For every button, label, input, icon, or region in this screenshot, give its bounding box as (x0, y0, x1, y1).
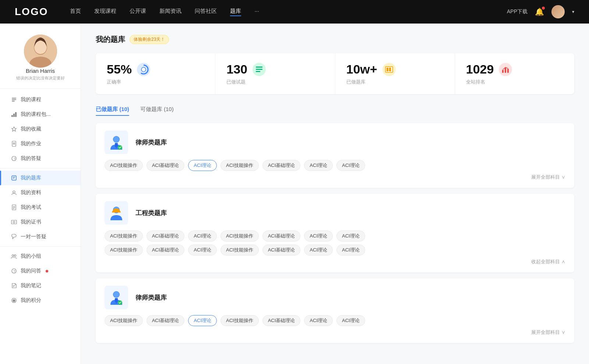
tag[interactable]: ACI理论 (304, 160, 333, 171)
svg-rect-23 (13, 208, 14, 209)
expand-link[interactable]: 展开全部科目 ∨ (105, 329, 565, 336)
tag[interactable]: ACI理论 (188, 231, 217, 242)
tag[interactable]: ACI技能操作 (105, 160, 143, 171)
sidebar-item-cert[interactable]: 我的证书 (0, 215, 81, 229)
tag[interactable]: ACI基础理论 (262, 245, 301, 256)
nav-public[interactable]: 公开课 (130, 8, 146, 16)
tag[interactable]: ACI理论 (336, 160, 365, 171)
sidebar-item-quiz[interactable]: 我的题库 (0, 171, 81, 185)
tag[interactable]: ACI基础理论 (147, 245, 185, 256)
category-title: 律师类题库 (135, 138, 167, 147)
tag[interactable]: ACI技能操作 (105, 245, 143, 256)
tag[interactable]: ACI理论 (336, 315, 365, 326)
navbar-logo[interactable]: LOGO (15, 6, 48, 18)
sidebar-item-qa[interactable]: ? 我的答疑 (0, 151, 81, 166)
sidebar-item-collect[interactable]: 我的收藏 (0, 122, 81, 136)
sidebar-item-group[interactable]: 我的小组 (0, 249, 81, 264)
tag[interactable]: ACI技能操作 (221, 160, 259, 171)
page-title: 我的题库 (96, 35, 125, 44)
tag-active[interactable]: ACI理论 (188, 160, 217, 171)
sidebar-item-course-pack[interactable]: 我的课程包... (0, 107, 81, 122)
homework-icon (11, 141, 17, 147)
tag[interactable]: ACI基础理论 (262, 231, 301, 242)
tab-done-banks[interactable]: 已做题库 (10) (96, 103, 129, 116)
stat-value-accuracy: 55% (107, 62, 132, 76)
stat-label-rank: 全站排名 (466, 79, 563, 85)
nav-quiz[interactable]: 题库 (230, 8, 241, 16)
tag[interactable]: ACI理论 (304, 231, 333, 242)
tag[interactable]: ACI技能操作 (105, 231, 143, 242)
nav-news[interactable]: 新闻资讯 (159, 8, 181, 16)
sidebar-item-question[interactable]: ? 我的问答 (0, 264, 81, 278)
sidebar-item-one-on-one[interactable]: 一对一答疑 (0, 229, 81, 244)
category-engineer: 工程类题库 ACI技能操作 ACI基础理论 ACI理论 ACI技能操作 ACI基… (96, 194, 574, 272)
sidebar-item-label: 我的问答 (21, 268, 41, 274)
sidebar-item-points[interactable]: 我的积分 (0, 293, 81, 308)
sidebar-item-notes[interactable]: 我的笔记 (0, 278, 81, 293)
stat-done-questions: 130 已做试题 (215, 53, 335, 94)
tag[interactable]: ACI理论 (188, 245, 217, 256)
course-icon (11, 97, 17, 103)
nav-home[interactable]: 首页 (70, 8, 81, 16)
tag[interactable]: ACI基础理论 (262, 315, 301, 326)
sidebar-avatar (24, 35, 57, 68)
sidebar-item-my-course[interactable]: 我的课程 (0, 92, 81, 107)
svg-point-35 (141, 67, 146, 72)
notes-icon (11, 283, 17, 289)
svg-rect-41 (389, 68, 391, 71)
sidebar-item-label: 我的证书 (21, 219, 41, 225)
tag[interactable]: ACI基础理论 (147, 160, 185, 171)
svg-point-53 (113, 292, 119, 297)
svg-rect-24 (11, 220, 17, 224)
notification-bell[interactable]: 🔔 (535, 7, 544, 16)
svg-rect-12 (13, 143, 15, 143)
sidebar-item-profile[interactable]: 我的资料 (0, 185, 81, 200)
tab-available-banks[interactable]: 可做题库 (10) (140, 103, 174, 116)
stats-row: 55% 正确率 130 (96, 53, 574, 94)
sidebar-item-label: 我的小组 (21, 253, 41, 260)
nav-more[interactable]: ··· (254, 8, 259, 16)
tabs-row: 已做题库 (10) 可做题库 (10) (96, 103, 574, 116)
sidebar-item-label: 我的课程包... (21, 111, 51, 118)
page-header: 我的题库 体验剩余23天！ (96, 35, 574, 44)
tag[interactable]: ACI技能操作 (105, 315, 143, 326)
user-dropdown-chevron[interactable]: ▾ (572, 9, 574, 14)
tag[interactable]: ACI技能操作 (221, 245, 259, 256)
svg-rect-31 (13, 286, 14, 287)
tag[interactable]: ACI基础理论 (262, 160, 301, 171)
trial-badge: 体验剩余23天！ (130, 35, 169, 44)
collapse-link[interactable]: 收起全部科目 ∧ (105, 258, 565, 265)
tag[interactable]: ACI理论 (304, 245, 333, 256)
chat-icon (11, 234, 17, 240)
sidebar-item-homework[interactable]: 我的作业 (0, 136, 81, 151)
nav-discover[interactable]: 发现课程 (94, 8, 116, 16)
svg-point-19 (13, 191, 15, 193)
sidebar-item-label: 我的资料 (21, 189, 41, 196)
avatar[interactable] (551, 5, 565, 18)
quiz-icon (11, 175, 17, 181)
expand-link[interactable]: 展开全部科目 ∨ (105, 174, 565, 181)
stat-label-done-q: 已做试题 (226, 79, 324, 85)
sidebar-item-label: 我的考试 (21, 204, 41, 211)
tag[interactable]: ACI理论 (304, 315, 333, 326)
tag[interactable]: ACI理论 (336, 245, 365, 256)
tag[interactable]: ACI基础理论 (147, 231, 185, 242)
sidebar-profile: Brian Harris 错误的决定比没有决定要好 (0, 35, 81, 89)
profile-icon (11, 190, 17, 196)
layout: Brian Harris 错误的决定比没有决定要好 我的课程 我的课程包... (0, 24, 589, 364)
tag[interactable]: ACI理论 (336, 231, 365, 242)
tag-active[interactable]: ACI理论 (188, 315, 217, 326)
category-header: 律师类题库 (105, 131, 565, 154)
svg-rect-17 (13, 177, 15, 178)
tag[interactable]: ACI技能操作 (221, 315, 259, 326)
accuracy-icon (137, 63, 150, 76)
tag[interactable]: ACI基础理论 (147, 315, 185, 326)
nav-qa[interactable]: 问答社区 (195, 8, 217, 16)
svg-rect-21 (13, 206, 15, 207)
sidebar-item-label: 我的收藏 (21, 126, 41, 132)
sidebar-item-exam[interactable]: 我的考试 (0, 200, 81, 215)
svg-rect-42 (502, 70, 504, 73)
question-icon: ? (11, 268, 17, 274)
tag[interactable]: ACI技能操作 (221, 231, 259, 242)
app-download-link[interactable]: APP下载 (507, 8, 528, 15)
